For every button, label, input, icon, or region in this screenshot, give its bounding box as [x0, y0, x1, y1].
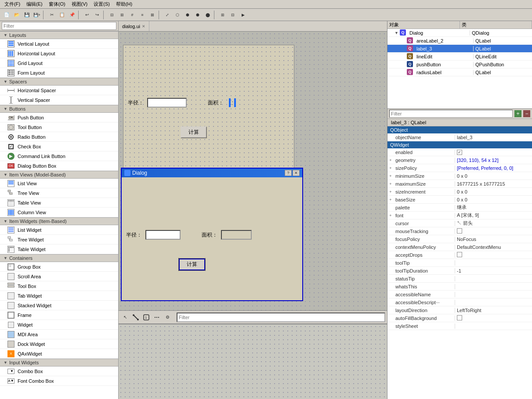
prop-row-accessibleDescript[interactable]: accessibleDescript···	[387, 298, 532, 306]
tab-close-icon[interactable]: ✕	[142, 24, 145, 29]
widget-scroll-area[interactable]: Scroll Area	[0, 272, 118, 281]
prop-row-cursor[interactable]: cursor ↖ 箭头	[387, 219, 532, 227]
tree-row-pushButton[interactable]: Q pushButton QPushButton	[387, 61, 532, 68]
prop-expand-sizeIncrement[interactable]: +	[387, 190, 394, 194]
tree-row-dialog[interactable]: ▼ Q Dialog QDialog	[387, 29, 532, 37]
prop-row-focusPolicy[interactable]: focusPolicy NoFocus	[387, 235, 532, 243]
copy-button[interactable]: 📋	[57, 10, 67, 20]
prop-row-toolTipDuration[interactable]: toolTipDuration -1	[387, 267, 532, 275]
layout-grid-button[interactable]: #	[127, 10, 137, 20]
widget-font-combo-box[interactable]: A▼ Font Combo Box	[0, 376, 118, 386]
dialog-radius-input[interactable]: 3	[145, 230, 181, 240]
buddy-button[interactable]	[152, 313, 162, 322]
dialog-close-button[interactable]: ✕	[293, 170, 300, 176]
paste-button[interactable]: 📌	[67, 10, 77, 20]
dialog-window[interactable]: Dialog ? ✕ 半径： 3 面积：	[121, 168, 303, 301]
align-right-button[interactable]: ⬢	[183, 10, 192, 20]
tree-row-label3[interactable]: Q label_3 QLabel	[387, 45, 532, 53]
layout-form-button[interactable]: ≡	[138, 10, 147, 20]
layout-break-button[interactable]: ⊠	[148, 10, 157, 20]
grid-button[interactable]: ⊞	[218, 10, 228, 20]
widget-tree-widget[interactable]: Tree Widget	[0, 235, 118, 244]
widget-check-box[interactable]: ✓ Check Box	[0, 142, 118, 151]
widget-list-view[interactable]: List View	[0, 179, 118, 188]
new-button[interactable]: 📄	[2, 10, 11, 20]
open-button[interactable]: 📂	[12, 10, 22, 20]
props-filter-input[interactable]	[389, 110, 513, 118]
section-containers[interactable]: ▼ Containers	[0, 254, 118, 262]
main-canvas[interactable]: 半径： 3 面积： : 计算	[123, 45, 294, 176]
widget-group-box[interactable]: G Group Box	[0, 262, 118, 272]
prop-row-statusTip[interactable]: statusTip	[387, 275, 532, 283]
widget-filter-input[interactable]	[2, 22, 116, 30]
signal-slot-button[interactable]: ⚙	[163, 313, 172, 322]
prop-value-autoFillBackground[interactable]	[455, 315, 532, 321]
props-add-button[interactable]: +	[514, 110, 521, 117]
prop-row-toolTip[interactable]: toolTip	[387, 259, 532, 267]
menu-item-settings[interactable]: 设置(S)	[91, 0, 112, 8]
widget-grid-layout[interactable]: Grid Layout	[0, 58, 118, 68]
prop-row-layoutDirection[interactable]: layoutDirection LeftToRight	[387, 306, 532, 314]
section-item-views[interactable]: ▼ Item Views (Model-Based)	[0, 171, 118, 179]
widget-horizontal-spacer[interactable]: Horizontal Spacer	[0, 86, 118, 95]
widget-push-button[interactable]: OK Push Button	[0, 113, 118, 122]
section-layouts[interactable]: ▼ Layouts	[0, 31, 118, 39]
autoFillBackground-checkbox[interactable]	[457, 315, 462, 320]
prop-section-qobject[interactable]: QObject	[387, 126, 532, 133]
prop-row-acceptDrops[interactable]: acceptDrops	[387, 251, 532, 259]
widget-horizontal-layout[interactable]: Horizontal Layout	[0, 49, 118, 58]
prop-row-autoFillBackground[interactable]: autoFillBackground	[387, 314, 532, 322]
bottom-filter-input[interactable]	[177, 313, 385, 322]
grid2-button[interactable]: ⊟	[228, 10, 238, 20]
prop-section-qwidget[interactable]: QWidget	[387, 141, 532, 148]
widget-tree-view[interactable]: Tree View	[0, 188, 118, 198]
prop-row-whatsThis[interactable]: whatsThis	[387, 283, 532, 291]
prop-expand-minimumSize[interactable]: +	[387, 174, 394, 178]
prop-row-geometry[interactable]: + geometry [320, 110), 54 x 12]	[387, 156, 532, 164]
widget-column-view[interactable]: Column View	[0, 208, 118, 217]
cut-button[interactable]: ✂	[47, 10, 57, 20]
widget-combo-box[interactable]: ▼ Combo Box	[0, 367, 118, 376]
prop-row-styleSheet[interactable]: styleSheet	[387, 322, 532, 330]
widget-table-view[interactable]: Table View	[0, 198, 118, 208]
dialog-help-button[interactable]: ?	[285, 170, 292, 176]
widget-vertical-spacer[interactable]: Vertical Spacer	[0, 95, 118, 105]
prop-row-contextMenuPolicy[interactable]: contextMenuPolicy DefaultContextMenu	[387, 243, 532, 251]
prop-value-enabled[interactable]	[455, 149, 532, 155]
dialog-calc-button[interactable]: 计算	[179, 259, 205, 270]
align-top-button[interactable]: ⬣	[193, 10, 203, 20]
save-button[interactable]: 💾	[22, 10, 32, 20]
tree-expand-dialog[interactable]: ▼	[394, 31, 400, 35]
menu-item-form[interactable]: 窗体(O)	[46, 0, 68, 8]
props-remove-button[interactable]: −	[523, 110, 530, 117]
prop-row-palette[interactable]: palette 继承	[387, 204, 532, 212]
save-all-button[interactable]: 💾+	[32, 10, 42, 20]
prop-expand-geometry[interactable]: +	[387, 158, 394, 162]
tree-row-areaLabel2[interactable]: Q areaLabel_2 QLabel	[387, 37, 532, 45]
widget-dialog-button-box[interactable]: OK Dialog Button Box	[0, 161, 118, 171]
canvas-radius-input[interactable]: 3	[147, 98, 187, 108]
prop-row-minimumSize[interactable]: + minimumSize 0 x 0	[387, 172, 532, 180]
section-item-widgets[interactable]: ▼ Item Widgets (Item-Based)	[0, 217, 118, 225]
widget-form-layout[interactable]: Form Layout	[0, 68, 118, 78]
connect-tool-button[interactable]	[131, 313, 141, 322]
prop-row-objectName[interactable]: objectName label_3	[387, 133, 532, 141]
prop-row-mouseTracking[interactable]: mouseTracking	[387, 227, 532, 235]
prop-expand-maximumSize[interactable]: +	[387, 182, 394, 186]
section-buttons[interactable]: ▼ Buttons	[0, 105, 118, 113]
prop-expand-font[interactable]: +	[387, 213, 394, 218]
widget-vertical-layout[interactable]: Vertical Layout	[0, 39, 118, 49]
menu-item-file[interactable]: 文件(F)	[2, 0, 23, 8]
tree-row-radiusLabel[interactable]: Q radiusLabel QLabel	[387, 68, 532, 76]
widget-tool-box[interactable]: Tool Box	[0, 281, 118, 291]
canvas-calc-button[interactable]: 计算	[181, 126, 207, 138]
menu-item-view[interactable]: 视图(V)	[69, 0, 90, 8]
align-bottom-button[interactable]: ⬤	[203, 10, 213, 20]
prop-value-mouseTracking[interactable]	[455, 228, 532, 234]
prop-expand-sizePolicy[interactable]: +	[387, 166, 394, 170]
prop-row-accessibleName[interactable]: accessibleName	[387, 291, 532, 298]
widget-mdi-area[interactable]: MDI Area	[0, 330, 118, 339]
widget-dock-widget[interactable]: Dock Widget	[0, 339, 118, 349]
section-input-widgets[interactable]: ▼ Input Widgets	[0, 359, 118, 367]
widget-command-link-button[interactable]: ▶ Command Link Button	[0, 151, 118, 161]
